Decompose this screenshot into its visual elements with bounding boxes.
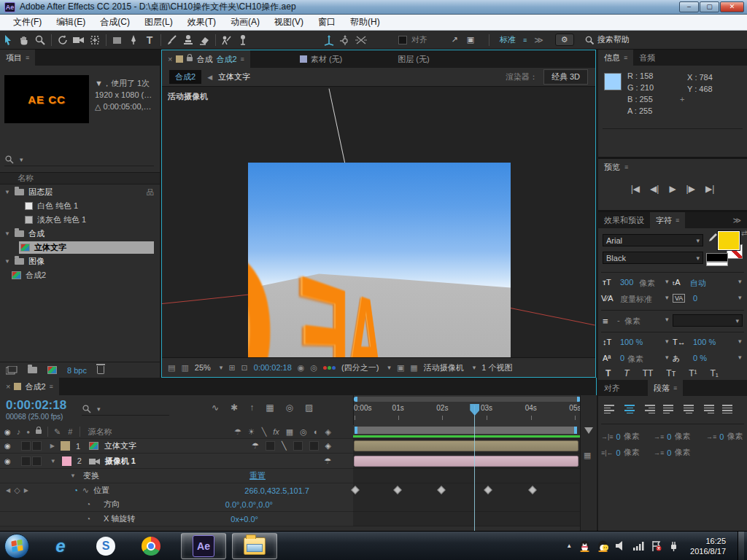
keyframe-diamond[interactable] (393, 486, 401, 494)
panel-menu-icon[interactable]: ≡ (624, 54, 627, 61)
menu-item[interactable]: 编辑(E) (49, 16, 93, 28)
indent-right-value[interactable]: 0 (719, 432, 724, 441)
audio-toggle[interactable] (21, 456, 31, 466)
transform-group-row[interactable]: ▼ 变换 重置 (0, 469, 353, 483)
property-label[interactable]: 方向 (104, 499, 120, 510)
lock-icon[interactable] (187, 57, 193, 61)
project-search[interactable]: ▾ (4, 153, 154, 166)
first-line-indent-value[interactable]: 0 (667, 432, 671, 441)
taskbar-clock[interactable]: 16:25 2016/8/17 (686, 536, 730, 556)
current-time-display[interactable]: 0:00:02:18 (6, 398, 66, 413)
interpret-footage-icon[interactable] (6, 366, 18, 375)
stopwatch-icon[interactable]: ◔ (86, 500, 90, 508)
tree-folder-images[interactable]: ▼ 图像 (0, 254, 160, 268)
parent-pickwhip-icon[interactable]: ☂ (252, 441, 259, 451)
chevron-down-icon[interactable]: ▾ (738, 354, 742, 361)
taskbar-explorer-button[interactable] (232, 533, 277, 559)
snap-target-icon[interactable]: ▣ (462, 33, 479, 47)
workspace-overflow-icon[interactable]: ≫ (534, 35, 543, 45)
chevron-down-icon[interactable]: ▾ (665, 294, 669, 301)
layer-2-track[interactable] (353, 454, 580, 469)
work-area-bar[interactable] (355, 427, 577, 434)
font-family-select[interactable]: Arial▾ (603, 234, 703, 246)
layer-row-2[interactable]: ◉ ▼ 2 摄像机 1 ☂ (0, 454, 353, 469)
view-layout-menu[interactable]: 1 个视图 (481, 362, 512, 373)
justify-last-right-button[interactable] (701, 403, 716, 415)
tab-effects-presets[interactable]: 效果和预设 (598, 212, 650, 228)
default-fill-swatch[interactable] (706, 253, 728, 262)
prev-keyframe-button[interactable]: ◀ (6, 487, 10, 494)
font-size-value[interactable]: 300 (620, 278, 633, 287)
faux-italic-toggle[interactable]: T (624, 368, 629, 378)
tab-project[interactable]: 项目 ≡ (0, 50, 35, 66)
timeline-search[interactable]: ▾ (82, 402, 169, 416)
number-column-icon[interactable]: # (68, 427, 72, 436)
property-label[interactable]: X 轴旋转 (104, 513, 135, 524)
next-keyframe-button[interactable]: ▶ (24, 487, 28, 494)
grid-guides-icon[interactable]: ⊞ (228, 363, 235, 373)
align-left-button[interactable] (603, 403, 617, 415)
power-plug-tray-icon[interactable] (669, 541, 678, 551)
menu-item[interactable]: 动画(A) (223, 16, 267, 28)
solo-toggle[interactable] (32, 441, 42, 451)
comp-canvas[interactable]: AE CC (248, 163, 511, 357)
tree-folder-solids[interactable]: ▼ 固态层 品 (0, 185, 160, 199)
eye-column-icon[interactable]: ◉ (4, 428, 11, 436)
solo-column-icon[interactable]: ● (26, 429, 30, 435)
adjustment-header-icon[interactable]: ◐ (314, 427, 319, 436)
comp-marker-bin-icon[interactable] (584, 427, 593, 438)
baseline-shift-value[interactable]: 0 (620, 354, 624, 362)
graph-editor-icon[interactable]: ▨ (305, 402, 313, 413)
first-line-indent-field[interactable]: →≡ 0 像素 (654, 431, 690, 442)
delete-icon[interactable] (97, 366, 104, 374)
panel-menu-icon[interactable]: ≡ (676, 217, 679, 224)
chevron-down-icon[interactable]: ▾ (738, 278, 742, 285)
play-button[interactable]: ▶ (669, 184, 676, 194)
menu-item[interactable]: 文件(F) (6, 16, 49, 28)
layer-name[interactable]: 立体文字 (104, 440, 136, 451)
transparency-grid-icon[interactable]: ▦ (410, 363, 417, 373)
property-label[interactable]: 位置 (93, 485, 109, 496)
tab-audio[interactable]: 音频 (633, 50, 661, 66)
workspace-label[interactable]: 标准 (500, 34, 516, 45)
stroke-width-value[interactable]: - (617, 316, 620, 324)
keyframe-diamond[interactable] (438, 486, 446, 494)
preview-header[interactable]: 预览 ≡ (598, 159, 747, 175)
quality-header-icon[interactable]: ╲ (262, 427, 267, 437)
tray-expand-icon[interactable]: ▲ (566, 542, 572, 549)
justify-last-left-button[interactable] (662, 403, 676, 415)
puppet-pin-tool[interactable] (235, 33, 251, 47)
breadcrumb-current-comp[interactable]: 合成2 (169, 70, 201, 84)
chevron-down-icon[interactable]: ▾ (220, 364, 223, 371)
type-tool[interactable]: T (142, 33, 158, 47)
name-column-header[interactable]: 名称 (0, 172, 160, 184)
orientation-property-row[interactable]: ◔ 方向 0.0°,0.0°,0.0° (0, 497, 353, 512)
pan-behind-tool[interactable] (87, 33, 103, 47)
cube-3d-switch[interactable]: ◈ (325, 441, 331, 451)
maximize-button[interactable]: ▢ (700, 1, 719, 12)
shy-toggle-icon[interactable]: ↑ (249, 402, 254, 413)
indent-left-value[interactable]: 0 (616, 432, 621, 441)
tab-close-icon[interactable]: × (168, 55, 172, 63)
selection-tool[interactable] (0, 33, 16, 47)
brush-tool[interactable] (164, 33, 180, 47)
network-tray-icon[interactable] (633, 542, 644, 551)
indent-right-field[interactable]: →≡ 0 像素 (706, 431, 743, 442)
layer-1-track[interactable] (353, 439, 580, 454)
panel-menu-icon[interactable]: ≡ (624, 163, 628, 171)
vertical-scale-value[interactable]: 100 % (620, 338, 643, 346)
rasterize-header-icon[interactable]: ☀ (248, 427, 255, 437)
qq-message-tray-icon[interactable] (597, 540, 608, 552)
show-desktop-button[interactable] (738, 532, 744, 560)
audio-column-icon[interactable]: ♪ (17, 427, 21, 436)
font-style-select[interactable]: Black▾ (603, 252, 703, 264)
motion-blur-toggle-icon[interactable]: ◎ (285, 402, 293, 413)
stopwatch-icon[interactable]: ◔ (86, 515, 90, 523)
quality-switch[interactable]: ╲ (282, 441, 287, 451)
x-rotation-property-row[interactable]: ◔ X 轴旋转 0x+0.0° (0, 512, 353, 526)
eraser-tool[interactable] (196, 33, 212, 47)
shape-tool[interactable] (109, 33, 125, 47)
layer-2-duration-bar[interactable] (354, 456, 578, 467)
composite-toggle-icon[interactable]: ∿ (212, 402, 219, 413)
layer-color-swatch[interactable] (61, 441, 70, 451)
